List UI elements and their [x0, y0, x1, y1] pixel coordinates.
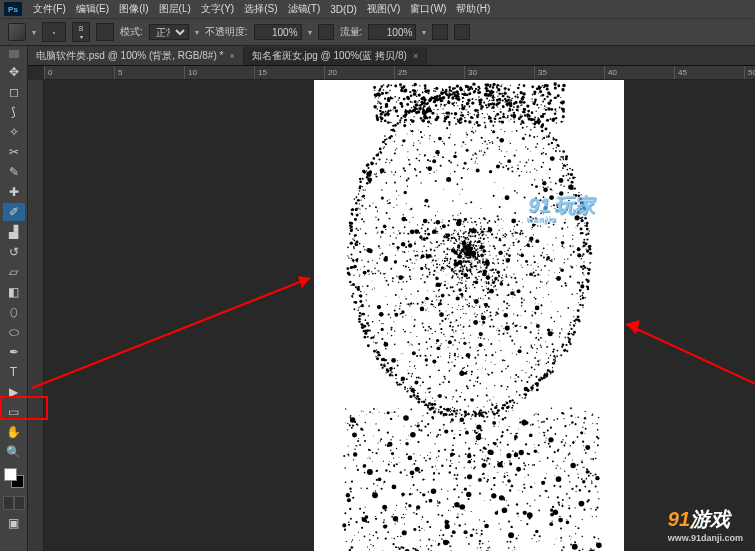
- svg-point-2052: [384, 139, 386, 141]
- menu-layer[interactable]: 图层(L): [154, 2, 196, 16]
- svg-point-2901: [415, 424, 416, 425]
- quick-mask-icon[interactable]: [3, 496, 25, 510]
- zoom-tool-icon[interactable]: 🔍: [3, 443, 25, 461]
- svg-point-3356: [359, 540, 360, 541]
- document-canvas[interactable]: [314, 80, 624, 551]
- close-icon[interactable]: ×: [413, 51, 418, 61]
- svg-point-1340: [496, 271, 500, 275]
- current-tool-icon[interactable]: [8, 23, 26, 41]
- svg-point-3965: [473, 91, 475, 93]
- svg-point-1652: [439, 264, 440, 265]
- svg-point-2771: [406, 453, 408, 455]
- flow-field[interactable]: 100%: [368, 24, 416, 40]
- canvas-area[interactable]: [44, 80, 755, 551]
- svg-point-3943: [390, 97, 393, 100]
- svg-point-159: [462, 333, 463, 334]
- svg-point-3132: [507, 479, 511, 483]
- menu-help[interactable]: 帮助(H): [451, 2, 495, 16]
- ruler-vertical[interactable]: [28, 80, 44, 551]
- svg-point-3047: [480, 547, 482, 549]
- brush-tool-icon[interactable]: ✐: [3, 203, 25, 221]
- svg-point-969: [472, 284, 474, 286]
- eraser-tool-icon[interactable]: ▱: [3, 263, 25, 281]
- svg-point-37: [461, 266, 463, 268]
- move-tool-icon[interactable]: ✥: [3, 63, 25, 81]
- svg-point-871: [541, 313, 542, 314]
- menu-window[interactable]: 窗口(W): [405, 2, 451, 16]
- fg-color-swatch[interactable]: [4, 468, 17, 481]
- lasso-tool-icon[interactable]: ⟆: [3, 103, 25, 121]
- svg-point-3400: [545, 490, 547, 492]
- svg-point-3508: [469, 113, 470, 114]
- path-select-icon[interactable]: ▶: [3, 383, 25, 401]
- flow-chev[interactable]: ▾: [422, 28, 426, 37]
- svg-point-3418: [549, 446, 551, 448]
- close-icon[interactable]: ×: [229, 51, 234, 61]
- svg-point-3361: [440, 530, 442, 532]
- type-tool-icon[interactable]: T: [3, 363, 25, 381]
- mode-chev[interactable]: ▾: [195, 28, 199, 37]
- gradient-tool-icon[interactable]: ◧: [3, 283, 25, 301]
- tab-document-1[interactable]: 知名雀斑女.jpg @ 100%(蓝 拷贝/8) ×: [244, 47, 427, 65]
- heal-tool-icon[interactable]: ✚: [3, 183, 25, 201]
- stamp-tool-icon[interactable]: ▟: [3, 223, 25, 241]
- svg-point-1870: [361, 218, 363, 220]
- svg-point-2944: [379, 412, 380, 413]
- opacity-field[interactable]: 100%: [254, 24, 302, 40]
- svg-point-3878: [390, 122, 392, 124]
- pressure-opacity-icon[interactable]: [318, 24, 334, 40]
- svg-point-2494: [535, 382, 537, 384]
- svg-point-3516: [492, 83, 495, 86]
- svg-point-447: [515, 232, 517, 234]
- airbrush-icon[interactable]: [432, 24, 448, 40]
- menu-3d[interactable]: 3D(D): [325, 4, 362, 15]
- tool-preset-chev[interactable]: ▾: [32, 28, 36, 37]
- svg-point-3499: [553, 510, 558, 515]
- pen-tool-icon[interactable]: ✒: [3, 343, 25, 361]
- menu-view[interactable]: 视图(V): [362, 2, 405, 16]
- svg-point-1268: [467, 238, 469, 240]
- shape-tool-icon[interactable]: ▭: [3, 403, 25, 421]
- toolbox-grip[interactable]: [9, 50, 19, 58]
- menu-edit[interactable]: 编辑(E): [71, 2, 114, 16]
- svg-point-534: [360, 269, 361, 270]
- svg-point-1319: [479, 256, 480, 257]
- brush-panel-icon[interactable]: [96, 23, 114, 41]
- opacity-chev[interactable]: ▾: [308, 28, 312, 37]
- svg-point-2974: [350, 415, 352, 417]
- screen-mode-icon[interactable]: ▣: [3, 514, 25, 532]
- svg-point-2876: [343, 455, 345, 457]
- brush-size-field[interactable]: 8 ▾: [72, 22, 90, 42]
- crop-tool-icon[interactable]: ✂: [3, 143, 25, 161]
- svg-point-1472: [404, 296, 405, 297]
- menu-file[interactable]: 文件(F): [28, 2, 71, 16]
- tab-document-0[interactable]: 电脑软件类.psd @ 100% (背景, RGB/8#) * ×: [28, 47, 244, 65]
- svg-point-2567: [409, 113, 410, 114]
- svg-point-3015: [523, 462, 525, 464]
- svg-point-2831: [359, 508, 361, 510]
- dodge-tool-icon[interactable]: ⬭: [3, 323, 25, 341]
- svg-point-1531: [483, 406, 484, 407]
- color-swatches[interactable]: [4, 468, 24, 488]
- marquee-tool-icon[interactable]: ◻: [3, 83, 25, 101]
- menu-type[interactable]: 文字(Y): [196, 2, 239, 16]
- svg-point-383: [556, 355, 558, 357]
- hand-tool-icon[interactable]: ✋: [3, 423, 25, 441]
- svg-point-3249: [347, 454, 349, 456]
- svg-point-3790: [459, 100, 460, 101]
- ruler-horizontal[interactable]: 05101520253035404550: [44, 66, 755, 80]
- menu-filter[interactable]: 滤镜(T): [283, 2, 326, 16]
- brush-preview[interactable]: ●: [42, 22, 66, 42]
- svg-point-886: [486, 286, 487, 287]
- svg-point-3108: [504, 497, 505, 498]
- history-brush-icon[interactable]: ↺: [3, 243, 25, 261]
- mode-select[interactable]: 正常: [149, 24, 189, 40]
- menu-image[interactable]: 图像(I): [114, 2, 153, 16]
- svg-point-1592: [515, 374, 517, 376]
- menu-select[interactable]: 选择(S): [239, 2, 282, 16]
- svg-point-1007: [519, 233, 521, 235]
- wand-tool-icon[interactable]: ✧: [3, 123, 25, 141]
- blur-tool-icon[interactable]: ⬯: [3, 303, 25, 321]
- pressure-size-icon[interactable]: [454, 24, 470, 40]
- eyedropper-tool-icon[interactable]: ✎: [3, 163, 25, 181]
